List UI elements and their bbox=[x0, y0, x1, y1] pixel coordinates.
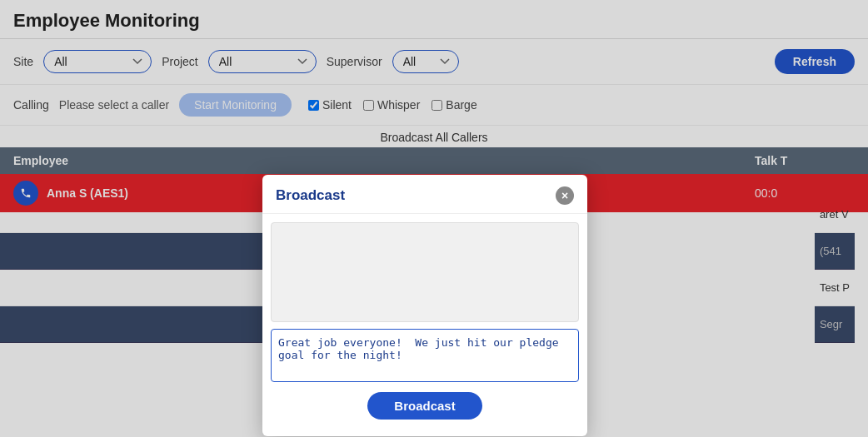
modal-title: Broadcast bbox=[276, 187, 345, 204]
broadcast-button[interactable]: Broadcast bbox=[367, 392, 481, 420]
modal-header: Broadcast × bbox=[262, 175, 587, 214]
broadcast-btn-wrapper: Broadcast bbox=[262, 392, 587, 420]
modal-scroll-area[interactable] bbox=[271, 222, 579, 322]
broadcast-modal: Broadcast × Broadcast bbox=[262, 175, 587, 436]
modal-close-button[interactable]: × bbox=[556, 186, 574, 205]
broadcast-textarea[interactable] bbox=[271, 329, 579, 382]
